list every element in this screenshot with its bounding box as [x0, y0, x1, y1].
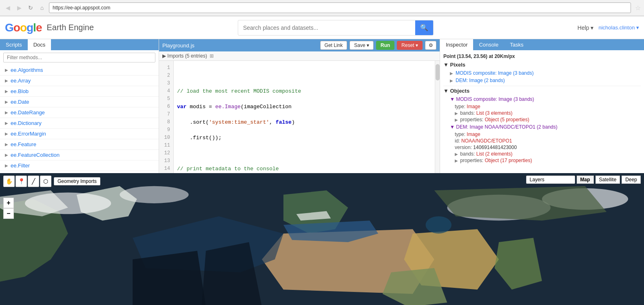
url-bar[interactable]: https://ee-api.appspot.com	[49, 2, 631, 13]
dem-version: version: 1406914481423000	[443, 145, 641, 150]
polygon-tool-button[interactable]: ⬡	[40, 176, 51, 187]
expand-arrow-icon: ▶	[5, 163, 8, 168]
expand-arrow-icon: ▶	[5, 68, 8, 72]
objects-label: ▼ Objects	[443, 88, 469, 94]
tab-docs[interactable]: Docs	[28, 39, 51, 50]
divider	[443, 86, 641, 86]
sidebar-item-label: ee.Date	[11, 99, 29, 105]
map-type-satellite-button[interactable]: Satellite	[595, 176, 620, 184]
code-line: var modis = ee.Image(imageCollection	[177, 103, 432, 111]
expand-arrow-icon: ▶	[5, 78, 8, 83]
get-link-button[interactable]: Get Link	[320, 41, 347, 50]
objects-section-header[interactable]: ▼ Objects	[443, 88, 641, 94]
sidebar-item-label: ee.ErrorMargin	[11, 131, 46, 137]
sidebar-list: ▶ ee.Algorithms ▶ ee.Array ▶ ee.Blob ▶ e…	[0, 65, 159, 173]
map-background	[0, 173, 644, 305]
expand-icon: ▶	[455, 111, 458, 116]
sidebar-item-feature[interactable]: ▶ ee.Feature	[0, 139, 159, 150]
expand-icon: ▶	[450, 71, 453, 76]
inspector-point: Point (13.54, 23.56) at 20Km/px	[443, 53, 641, 59]
logo-area: Google Earth Engine	[5, 21, 94, 34]
zoom-in-button[interactable]: +	[3, 198, 14, 208]
sidebar-item-blob[interactable]: ▶ ee.Blob	[0, 86, 159, 97]
expand-arrow-icon: ▶	[5, 131, 8, 136]
settings-button[interactable]: ⚙	[425, 41, 436, 50]
expand-arrow-icon: ▶	[5, 142, 8, 147]
expand-icon: ▶	[455, 118, 458, 122]
line-tool-button[interactable]: ╱	[28, 176, 39, 187]
svg-point-1	[25, 192, 111, 214]
expand-arrow-icon: ▶	[5, 89, 8, 94]
top-bar: Google Earth Engine 🔍 Help ▾ nicholas.cl…	[0, 16, 644, 39]
expand-arrow-icon: ▶	[5, 110, 8, 115]
sidebar-item-label: ee.DateRange	[11, 109, 45, 116]
sidebar-item-array[interactable]: ▶ ee.Array	[0, 76, 159, 86]
imports-bar[interactable]: ▶ Imports (5 entries) ⊞	[159, 51, 440, 61]
sidebar-item-dictionary[interactable]: ▶ ee.Dictionary	[0, 118, 159, 129]
modis-object-label: ▼ MODIS composite: Image (3 bands)	[450, 96, 534, 102]
dem-object-header[interactable]: ▼ DEM: Image NOAA/NGDC/ETOPO1 (2 bands)	[443, 123, 641, 131]
back-button[interactable]: ◀	[3, 3, 12, 12]
search-button[interactable]: 🔍	[415, 20, 433, 35]
save-button[interactable]: Save ▾	[350, 41, 374, 50]
point-tool-button[interactable]: 📍	[15, 176, 27, 187]
editor-scrollbar[interactable]	[435, 61, 440, 173]
url-text: https://ee-api.appspot.com	[53, 5, 110, 11]
bookmark-star[interactable]: ☆	[635, 4, 641, 12]
layers-input[interactable]	[526, 176, 575, 184]
forward-button[interactable]: ▶	[15, 3, 24, 12]
svg-point-5	[426, 216, 451, 233]
dem-properties[interactable]: ▶ properties: Object (17 properties)	[443, 158, 641, 163]
run-button[interactable]: Run	[376, 41, 394, 50]
reset-button[interactable]: Reset ▾	[397, 41, 423, 50]
browser-toolbar: ◀ ▶ ↻ ⌂ https://ee-api.appspot.com ☆	[0, 0, 644, 16]
sidebar-item-date[interactable]: ▶ ee.Date	[0, 97, 159, 107]
code-line	[177, 149, 432, 157]
code-content[interactable]: // load the most recent MODIS composite …	[174, 61, 435, 173]
code-line: .first());	[177, 134, 432, 142]
sidebar-item-label: ee.Dictionary	[11, 120, 42, 126]
bottom-section: ✋ 📍 ╱ ⬡ Geometry Imports Map Satellite D…	[0, 173, 644, 305]
code-editor[interactable]: 1 2 3 4 5 6 7 8 9 10 11 12 13 14 15 16 1	[159, 61, 440, 173]
sidebar-item-errormargin[interactable]: ▶ ee.ErrorMargin	[0, 129, 159, 139]
line-numbers: 1 2 3 4 5 6 7 8 9 10 11 12 13 14 15 16 1	[159, 61, 174, 173]
home-button[interactable]: ⌂	[38, 3, 46, 12]
expand-arrow-icon: ▶	[5, 121, 8, 125]
dem-type: type: Image	[443, 131, 641, 137]
left-panel: Scripts Docs ▶ ee.Algorithms ▶ ee.Array …	[0, 39, 159, 173]
dem-pixel-item[interactable]: ▶ DEM: Image (2 bands)	[443, 77, 641, 84]
map-type-deep-button[interactable]: Deep	[622, 176, 641, 184]
tab-inspector[interactable]: Inspector	[440, 39, 473, 50]
google-logo: Google	[5, 21, 42, 34]
help-button[interactable]: Help ▾	[578, 24, 594, 31]
user-menu[interactable]: nicholas.clinton ▾	[598, 24, 639, 31]
tab-console[interactable]: Console	[473, 39, 504, 50]
modis-object-header[interactable]: ▼ MODIS composite: Image (3 bands)	[443, 96, 641, 103]
scrollbar-thumb[interactable]	[436, 64, 440, 80]
editor-toolbar: Playground.js Get Link Save ▾ Run Reset …	[159, 39, 440, 51]
geometry-imports-label[interactable]: Geometry Imports	[54, 177, 100, 185]
modis-bands[interactable]: ▶ bands: List (3 elements)	[443, 110, 641, 116]
sidebar-item-daterange[interactable]: ▶ ee.DateRange	[0, 107, 159, 118]
tab-scripts[interactable]: Scripts	[0, 39, 28, 50]
map-type-map-button[interactable]: Map	[577, 176, 594, 184]
sidebar-item-filter[interactable]: ▶ ee.Filter	[0, 160, 159, 171]
zoom-out-button[interactable]: −	[3, 208, 14, 219]
expand-arrow-icon: ▶	[5, 153, 8, 157]
dem-bands[interactable]: ▶ bands: List (2 elements)	[443, 151, 641, 157]
modis-properties[interactable]: ▶ properties: Object (5 properties)	[443, 117, 641, 122]
code-line: // print metadata to the console	[177, 165, 432, 173]
map-container[interactable]: ✋ 📍 ╱ ⬡ Geometry Imports Map Satellite D…	[0, 173, 644, 305]
sidebar-item-featurecollection[interactable]: ▶ ee.FeatureCollection	[0, 150, 159, 160]
pixels-section-header[interactable]: ▼ Pixels	[443, 62, 641, 68]
search-input[interactable]	[238, 22, 415, 34]
tab-tasks[interactable]: Tasks	[504, 39, 529, 50]
objects-section: ▼ Objects ▼ MODIS composite: Image (3 ba…	[443, 88, 641, 163]
refresh-button[interactable]: ↻	[26, 3, 35, 12]
filter-input[interactable]	[3, 53, 155, 62]
sidebar-item-label: ee.Feature	[11, 141, 36, 147]
pan-tool-button[interactable]: ✋	[3, 176, 15, 187]
modis-composite-pixel-item[interactable]: ▶ MODIS composite: Image (3 bands)	[443, 69, 641, 77]
sidebar-item-algorithms[interactable]: ▶ ee.Algorithms	[0, 65, 159, 76]
expand-arrow-icon: ▶	[5, 100, 8, 104]
